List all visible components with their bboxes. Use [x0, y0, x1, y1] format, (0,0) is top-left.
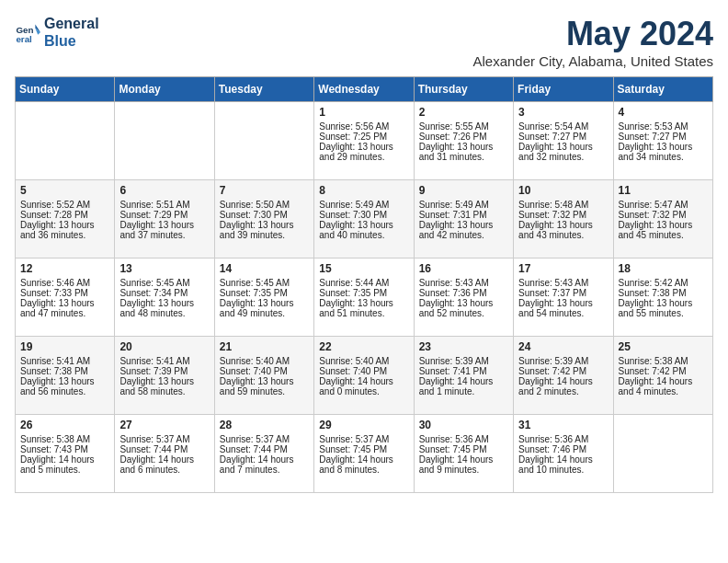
calendar-cell: 22Sunrise: 5:40 AMSunset: 7:40 PMDayligh…	[314, 337, 414, 415]
day-number: 23	[419, 340, 508, 353]
sunrise-text: Sunrise: 5:47 AM	[619, 200, 708, 210]
sunset-text: Sunset: 7:45 PM	[319, 444, 408, 454]
daylight-text: Daylight: 14 hours and 6 minutes.	[119, 454, 209, 475]
sunset-text: Sunset: 7:43 PM	[20, 444, 109, 454]
sunset-text: Sunset: 7:44 PM	[220, 444, 309, 454]
calendar-cell: 31Sunrise: 5:36 AMSunset: 7:46 PMDayligh…	[514, 415, 613, 493]
day-number: 31	[518, 419, 608, 431]
daylight-text: Daylight: 13 hours and 29 minutes.	[319, 142, 408, 162]
daylight-text: Daylight: 14 hours and 8 minutes.	[319, 454, 408, 475]
daylight-text: Daylight: 14 hours and 2 minutes.	[518, 376, 608, 396]
day-number: 19	[20, 340, 109, 353]
sunset-text: Sunset: 7:30 PM	[220, 210, 309, 220]
column-header-tuesday: Tuesday	[214, 77, 313, 102]
day-number: 24	[518, 340, 608, 353]
sunset-text: Sunset: 7:45 PM	[419, 444, 508, 454]
calendar-cell	[214, 102, 313, 180]
day-number: 30	[419, 419, 508, 431]
day-number: 26	[20, 419, 109, 431]
calendar-header-row: SundayMondayTuesdayWednesdayThursdayFrid…	[16, 77, 713, 102]
calendar-week-1: 1Sunrise: 5:56 AMSunset: 7:25 PMDaylight…	[16, 102, 713, 180]
daylight-text: Daylight: 14 hours and 7 minutes.	[220, 454, 309, 475]
sunset-text: Sunset: 7:42 PM	[518, 366, 608, 376]
calendar-cell: 11Sunrise: 5:47 AMSunset: 7:32 PMDayligh…	[613, 180, 712, 259]
sunrise-text: Sunrise: 5:43 AM	[518, 278, 608, 288]
day-number: 27	[119, 419, 209, 431]
calendar-cell: 3Sunrise: 5:54 AMSunset: 7:27 PMDaylight…	[514, 102, 613, 180]
sunrise-text: Sunrise: 5:37 AM	[119, 434, 209, 444]
sunrise-text: Sunrise: 5:41 AM	[20, 356, 109, 366]
daylight-text: Daylight: 14 hours and 0 minutes.	[319, 376, 408, 396]
sunrise-text: Sunrise: 5:51 AM	[119, 200, 209, 210]
daylight-text: Daylight: 13 hours and 52 minutes.	[419, 298, 508, 318]
day-number: 29	[319, 419, 408, 431]
sunset-text: Sunset: 7:38 PM	[20, 366, 109, 376]
daylight-text: Daylight: 13 hours and 47 minutes.	[20, 298, 109, 318]
sunrise-text: Sunrise: 5:36 AM	[518, 434, 608, 444]
sunset-text: Sunset: 7:25 PM	[319, 132, 408, 142]
sunrise-text: Sunrise: 5:40 AM	[220, 356, 309, 366]
day-number: 9	[419, 184, 508, 197]
logo: Gen eral General Blue	[15, 15, 99, 50]
sunset-text: Sunset: 7:40 PM	[220, 366, 309, 376]
sunset-text: Sunset: 7:34 PM	[119, 288, 209, 298]
day-number: 17	[518, 262, 608, 275]
calendar-cell: 4Sunrise: 5:53 AMSunset: 7:27 PMDaylight…	[613, 102, 712, 180]
day-number: 3	[518, 106, 608, 119]
day-number: 6	[119, 184, 209, 197]
svg-text:eral: eral	[16, 34, 32, 44]
title-block: May 2024 Alexander City, Alabama, United…	[472, 15, 713, 69]
daylight-text: Daylight: 13 hours and 48 minutes.	[119, 298, 209, 318]
day-number: 14	[220, 262, 309, 275]
day-number: 16	[419, 262, 508, 275]
calendar-cell	[16, 102, 115, 180]
daylight-text: Daylight: 13 hours and 31 minutes.	[419, 142, 508, 162]
calendar-cell: 18Sunrise: 5:42 AMSunset: 7:38 PMDayligh…	[613, 259, 712, 337]
sunset-text: Sunset: 7:27 PM	[518, 132, 608, 142]
day-number: 22	[319, 340, 408, 353]
day-number: 10	[518, 184, 608, 197]
day-number: 5	[20, 184, 109, 197]
sunrise-text: Sunrise: 5:43 AM	[419, 278, 508, 288]
sunset-text: Sunset: 7:35 PM	[220, 288, 309, 298]
calendar-cell: 16Sunrise: 5:43 AMSunset: 7:36 PMDayligh…	[414, 259, 513, 337]
sunset-text: Sunset: 7:30 PM	[319, 210, 408, 220]
day-number: 8	[319, 184, 408, 197]
column-header-wednesday: Wednesday	[314, 77, 414, 102]
sunset-text: Sunset: 7:32 PM	[518, 210, 608, 220]
calendar-cell: 24Sunrise: 5:39 AMSunset: 7:42 PMDayligh…	[514, 337, 613, 415]
sunrise-text: Sunrise: 5:37 AM	[319, 434, 408, 444]
daylight-text: Daylight: 13 hours and 39 minutes.	[220, 220, 309, 240]
day-number: 15	[319, 262, 408, 275]
sunrise-text: Sunrise: 5:39 AM	[419, 356, 508, 366]
sunrise-text: Sunrise: 5:38 AM	[20, 434, 109, 444]
sunrise-text: Sunrise: 5:41 AM	[119, 356, 209, 366]
sunrise-text: Sunrise: 5:45 AM	[119, 278, 209, 288]
daylight-text: Daylight: 13 hours and 51 minutes.	[319, 298, 408, 318]
month-title: May 2024	[472, 15, 713, 53]
day-number: 13	[119, 262, 209, 275]
sunrise-text: Sunrise: 5:42 AM	[619, 278, 708, 288]
sunrise-text: Sunrise: 5:52 AM	[20, 200, 109, 210]
sunrise-text: Sunrise: 5:38 AM	[619, 356, 708, 366]
logo-text: General Blue	[44, 15, 99, 50]
sunset-text: Sunset: 7:32 PM	[619, 210, 708, 220]
calendar-week-5: 26Sunrise: 5:38 AMSunset: 7:43 PMDayligh…	[16, 415, 713, 493]
day-number: 4	[619, 106, 708, 119]
sunset-text: Sunset: 7:33 PM	[20, 288, 109, 298]
day-number: 20	[119, 340, 209, 353]
calendar-cell: 1Sunrise: 5:56 AMSunset: 7:25 PMDaylight…	[314, 102, 414, 180]
calendar-cell: 23Sunrise: 5:39 AMSunset: 7:41 PMDayligh…	[414, 337, 513, 415]
day-number: 12	[20, 262, 109, 275]
day-number: 28	[220, 419, 309, 431]
column-header-friday: Friday	[514, 77, 613, 102]
daylight-text: Daylight: 13 hours and 45 minutes.	[619, 220, 708, 240]
daylight-text: Daylight: 13 hours and 54 minutes.	[518, 298, 608, 318]
column-header-thursday: Thursday	[414, 77, 513, 102]
sunset-text: Sunset: 7:36 PM	[419, 288, 508, 298]
sunset-text: Sunset: 7:46 PM	[518, 444, 608, 454]
daylight-text: Daylight: 14 hours and 9 minutes.	[419, 454, 508, 475]
sunrise-text: Sunrise: 5:55 AM	[419, 121, 508, 132]
calendar-cell: 2Sunrise: 5:55 AMSunset: 7:26 PMDaylight…	[414, 102, 513, 180]
column-header-sunday: Sunday	[16, 77, 115, 102]
